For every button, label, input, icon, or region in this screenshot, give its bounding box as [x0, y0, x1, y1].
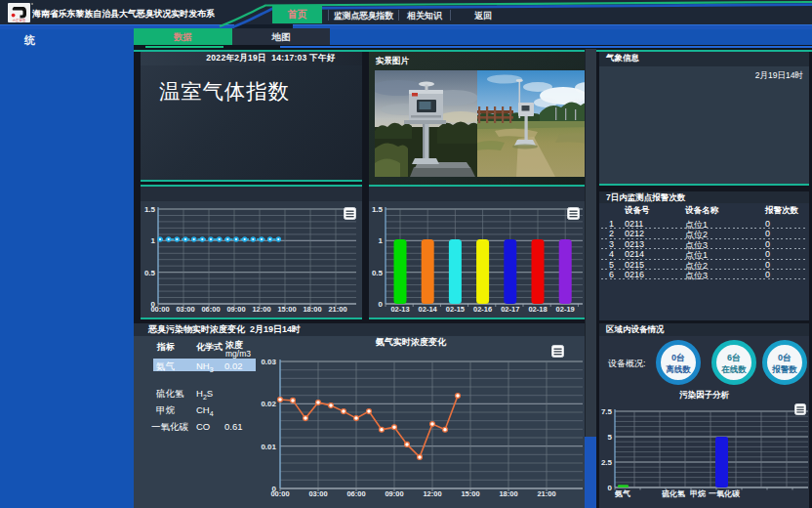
svg-text:18:00: 18:00 — [303, 305, 321, 314]
svg-text:02-13: 02-13 — [390, 305, 409, 314]
svg-text:15:00: 15:00 — [277, 305, 296, 314]
svg-text:0.03: 0.03 — [261, 358, 276, 366]
svg-text:03:00: 03:00 — [308, 489, 327, 498]
svg-text:02-18: 02-18 — [528, 305, 547, 314]
svg-text:09:00: 09:00 — [385, 489, 403, 498]
svg-text:一氧化碳: 一氧化碳 — [709, 489, 741, 498]
svg-text:06:00: 06:00 — [201, 305, 220, 314]
svg-text:02-17: 02-17 — [501, 305, 519, 314]
svg-text:5: 5 — [608, 433, 613, 442]
svg-text:03:00: 03:00 — [176, 305, 194, 314]
svg-text:12:00: 12:00 — [252, 305, 270, 314]
svg-text:1.5: 1.5 — [372, 205, 384, 214]
svg-text:09:00: 09:00 — [226, 305, 245, 314]
svg-text:1: 1 — [379, 236, 384, 245]
svg-text:氨气: 氨气 — [614, 489, 630, 498]
svg-text:0.02: 0.02 — [261, 400, 276, 408]
svg-text:02-19: 02-19 — [556, 305, 575, 314]
svg-text:0.5: 0.5 — [144, 269, 156, 277]
svg-text:0: 0 — [608, 484, 613, 492]
svg-text:2.5: 2.5 — [601, 458, 613, 467]
svg-text:21:00: 21:00 — [537, 489, 555, 498]
svg-text:0: 0 — [379, 300, 384, 309]
svg-text:甲烷: 甲烷 — [690, 489, 707, 498]
svg-text:06:00: 06:00 — [346, 489, 365, 498]
svg-text:15:00: 15:00 — [461, 489, 479, 498]
svg-text:0.01: 0.01 — [261, 443, 276, 451]
svg-text:18:00: 18:00 — [499, 489, 517, 498]
svg-text:7.5: 7.5 — [601, 407, 613, 416]
svg-text:02-16: 02-16 — [473, 305, 492, 314]
svg-text:00:00: 00:00 — [150, 305, 169, 314]
svg-text:02-14: 02-14 — [419, 305, 438, 314]
svg-text:00:00: 00:00 — [270, 489, 289, 498]
svg-text:方正智查: 方正智查 — [13, 19, 26, 22]
svg-text:21:00: 21:00 — [328, 305, 346, 314]
svg-text:1.5: 1.5 — [144, 205, 156, 214]
svg-text:硫化氢: 硫化氢 — [661, 489, 685, 498]
svg-text:0.5: 0.5 — [372, 269, 384, 277]
svg-text:1: 1 — [151, 236, 156, 245]
svg-text:02-15: 02-15 — [446, 305, 465, 314]
svg-text:12:00: 12:00 — [423, 489, 441, 498]
